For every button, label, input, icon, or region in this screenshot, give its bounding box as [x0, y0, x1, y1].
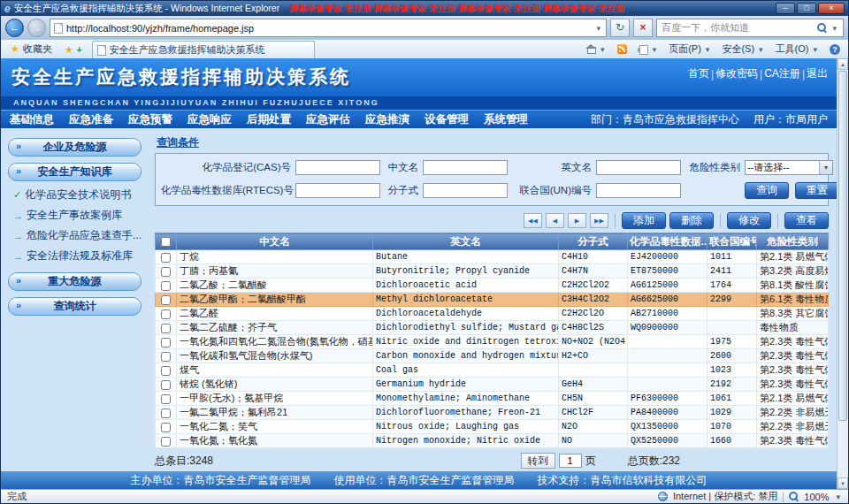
stop-button[interactable]: × [633, 19, 653, 37]
rtecs-input[interactable] [295, 183, 380, 198]
vertical-scrollbar[interactable]: ▲ ▼ [837, 58, 848, 489]
table-row[interactable]: 一甲胺(无水)；氨基甲烷Monomethylamine; Aminomethan… [156, 392, 829, 406]
row-checkbox[interactable] [161, 423, 171, 432]
feeds-button[interactable] [613, 43, 631, 55]
minimize-button[interactable]: – [776, 3, 795, 14]
add-favorite-button[interactable]: ★+ [58, 42, 88, 58]
en-name-input[interactable] [596, 160, 681, 175]
zoom-level[interactable]: 100% [804, 492, 829, 502]
header-link[interactable]: 退出 [807, 66, 828, 81]
row-checkbox[interactable] [161, 281, 171, 291]
refresh-button[interactable]: ↻ [610, 19, 630, 37]
formula-input[interactable] [423, 183, 508, 198]
help-button[interactable]: ? [825, 43, 845, 56]
prev-page-button[interactable]: ◀ [546, 213, 564, 228]
page-menu-button[interactable]: 页面(P)▾ [664, 42, 715, 57]
nav-item[interactable]: 基础信息 [10, 112, 54, 127]
search-field[interactable]: 百度一下，你就知道 ▾ [656, 19, 844, 37]
row-checkbox[interactable] [161, 366, 171, 376]
add-button[interactable]: 添加 [622, 212, 666, 229]
first-page-button[interactable]: ◀◀ [524, 213, 542, 228]
sidebar-link[interactable]: ✓化学品安全技术说明书 [13, 187, 142, 202]
nav-item[interactable]: 应急准备 [69, 112, 113, 127]
favorites-button[interactable]: ★ 收藏夹 [4, 41, 58, 58]
browser-tab[interactable]: 安全生产应急救援指挥辅助决策系统 [92, 41, 315, 58]
sidebar-item-major-hazards[interactable]: »重大危险源 [8, 272, 142, 291]
nav-item[interactable]: 后期处置 [247, 112, 291, 127]
last-page-button[interactable]: ▶▶ [590, 213, 608, 228]
search-icon[interactable] [817, 23, 827, 33]
page-number-input[interactable] [559, 454, 582, 468]
table-row[interactable]: 丁烷ButaneC4H10EJ42000001011第2.1类 易燃气体 [156, 250, 829, 264]
nav-item[interactable]: 应急响应 [187, 112, 232, 127]
sidebar-item-query-statistics[interactable]: »查询统计 [8, 297, 142, 316]
row-checkbox[interactable] [161, 409, 171, 418]
table-row[interactable]: 一氧化氮；氧化氮Nitrogen monoxide; Nitric oxideN… [156, 434, 829, 448]
scrollbar-track[interactable] [838, 70, 848, 477]
scroll-down-icon[interactable]: ▼ [838, 477, 848, 489]
sidebar-link[interactable]: →危险化学品应急速查手... [13, 228, 142, 243]
table-row[interactable]: 二氯乙酸甲酯；二氯醋酸甲酯Methyl dichloroacetateC3H4C… [156, 293, 829, 307]
url-field[interactable]: http://localhost:90/yjzh/frame/homepage.… [50, 19, 607, 37]
search-dropdown-icon[interactable]: ▾ [830, 24, 838, 33]
table-row[interactable]: 煤气Coal gas1023第2.3类 毒性气体 [156, 363, 829, 378]
sidebar-item-knowledge-base[interactable]: »安全生产知识库 [8, 163, 142, 181]
forward-button[interactable]: → [27, 19, 46, 37]
sidebar-item-enterprise-hazards[interactable]: »企业及危险源 [8, 138, 142, 157]
close-button[interactable]: × [818, 3, 845, 14]
scrollbar-thumb[interactable] [838, 71, 847, 421]
scroll-up-icon[interactable]: ▲ [838, 58, 848, 70]
maximize-button[interactable]: □ [797, 3, 816, 14]
row-checkbox[interactable] [161, 295, 171, 305]
view-button[interactable]: 查看 [784, 212, 829, 229]
cas-input[interactable] [295, 160, 380, 175]
sidebar-link[interactable]: →安全法律法规及标准库 [13, 248, 142, 263]
table-row[interactable]: 二氯乙酸；二氯醋酸Dichloroacetic acidC2H2Cl2O2AG6… [156, 279, 829, 293]
print-button[interactable]: ▾ [633, 44, 663, 55]
zoom-icon[interactable] [789, 492, 799, 501]
cn-name-input[interactable] [423, 160, 508, 175]
sidebar-link[interactable]: →安全生产事故案例库 [13, 208, 142, 223]
row-checkbox[interactable] [161, 380, 171, 390]
table-row[interactable]: 一氟二氯甲烷；氟利昂21Dichlorofluoromethane; Freon… [156, 406, 829, 420]
header-link[interactable]: CA注册 [764, 66, 800, 81]
url-text[interactable]: http://localhost:90/yjzh/frame/homepage.… [66, 23, 591, 34]
table-row[interactable]: 一氧化二氮；笑气Nitrous oxide; Laughing gasN2OQX… [156, 420, 829, 434]
table-row[interactable]: 一氧化碳和氢气混合物(水煤气)Carbon monoxide and hydro… [156, 349, 829, 363]
nav-item[interactable]: 设备管理 [424, 112, 469, 127]
goto-page-button[interactable]: 转到 [521, 453, 555, 469]
reset-button[interactable]: 重置 [795, 182, 839, 199]
select-all-checkbox[interactable] [161, 237, 171, 247]
modify-button[interactable]: 修改 [727, 212, 771, 229]
chevron-down-icon[interactable]: ▾ [819, 161, 832, 174]
nav-item[interactable]: 系统管理 [484, 112, 528, 127]
hazard-class-select[interactable]: --请选择-- ▾ [745, 160, 833, 175]
url-history-dropdown-icon[interactable]: ▾ [594, 24, 602, 33]
row-checkbox[interactable] [161, 253, 171, 263]
back-button[interactable]: ← [5, 19, 24, 37]
nav-item[interactable]: 应急预警 [128, 112, 172, 127]
row-checkbox[interactable] [161, 324, 171, 333]
zoom-dropdown-icon[interactable]: ▾ [834, 493, 842, 501]
row-checkbox[interactable] [161, 338, 171, 347]
table-row[interactable]: 一氧化氮和四氧化二氮混合物(氮氧化物，硝基气，氧化氮气体)Nitric oxid… [156, 335, 829, 349]
delete-button[interactable]: 删除 [669, 212, 714, 229]
home-button[interactable]: ▾ [581, 43, 611, 55]
row-checkbox[interactable] [161, 437, 171, 447]
row-checkbox[interactable] [161, 352, 171, 362]
nav-item[interactable]: 应急推演 [365, 112, 409, 127]
tools-menu-button[interactable]: 工具(O)▾ [771, 42, 823, 57]
table-row[interactable]: 二氯乙醛DichloroacetaldehydeC2H2Cl2OAB271000… [156, 307, 829, 321]
row-checkbox[interactable] [161, 267, 171, 277]
row-checkbox[interactable] [161, 394, 171, 404]
un-number-input[interactable] [596, 183, 681, 198]
table-row[interactable]: 锗烷 (氢化锗)Germanium hydrideGeH42192第2.3类 毒… [156, 378, 829, 392]
header-link[interactable]: 首页 [688, 66, 709, 81]
header-link[interactable]: 修改密码 [715, 66, 758, 81]
nav-item[interactable]: 应急评估 [306, 112, 350, 127]
table-row[interactable]: 二氯二乙硫醚；芥子气Dichlorodiethyl sulfide; Musta… [156, 321, 829, 335]
safety-menu-button[interactable]: 安全(S)▾ [717, 42, 769, 57]
next-page-button[interactable]: ▶ [568, 213, 586, 228]
table-row[interactable]: 丁腈；丙基氰Butyronitrile; Propyl cyanideC4H7N… [156, 264, 829, 279]
row-checkbox[interactable] [161, 309, 171, 319]
